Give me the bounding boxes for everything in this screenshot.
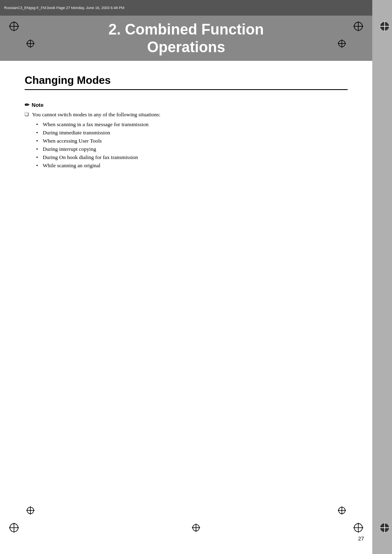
right-bar-mark-top bbox=[379, 21, 390, 32]
corner-mark-tr bbox=[353, 21, 364, 32]
corner-mark-tl bbox=[8, 21, 20, 32]
note-intro: ❑ You cannot switch modes in any of the … bbox=[25, 111, 348, 118]
bottom-center-mark bbox=[190, 522, 202, 533]
list-item: During On hook dialing for fax transmiss… bbox=[36, 154, 348, 161]
page-number: 27 bbox=[358, 536, 364, 542]
list-item: When accessing User Tools bbox=[36, 138, 348, 144]
list-item: During immediate transmission bbox=[36, 129, 348, 136]
main-content: Changing Modes ✏ Note ❑ You cannot switc… bbox=[0, 61, 372, 554]
chapter-title: 2. Combined Function Operations bbox=[108, 21, 264, 56]
list-item: When scanning in a fax message for trans… bbox=[36, 121, 348, 128]
corner-mark-br bbox=[353, 522, 364, 533]
note-section: ✏ Note ❑ You cannot switch modes in any … bbox=[25, 102, 348, 169]
top-header-bar: RussianC3_ENgsg-F_FM.book Page 27 Monday… bbox=[0, 0, 372, 16]
chapter-title-block: 2. Combined Function Operations bbox=[0, 16, 372, 61]
inner-corner-mark-tl bbox=[25, 38, 36, 49]
right-sidebar bbox=[372, 0, 392, 554]
right-bar-mark-bottom bbox=[379, 522, 390, 533]
bullet-list: When scanning in a fax message for trans… bbox=[36, 121, 348, 169]
inner-corner-mark-br bbox=[336, 505, 348, 516]
inner-corner-mark-tr bbox=[336, 38, 348, 49]
inner-corner-mark-bl bbox=[25, 505, 36, 516]
corner-mark-bl bbox=[8, 522, 20, 533]
list-item: During interrupt copying bbox=[36, 146, 348, 152]
header-filename: RussianC3_ENgsg-F_FM.book Page 27 Monday… bbox=[4, 6, 125, 10]
note-icon: ✏ bbox=[25, 102, 30, 108]
section-heading: Changing Modes bbox=[25, 74, 348, 90]
checkbox-symbol: ❑ bbox=[25, 112, 29, 117]
note-label: ✏ Note bbox=[25, 102, 348, 108]
list-item: While scanning an original bbox=[36, 162, 348, 169]
